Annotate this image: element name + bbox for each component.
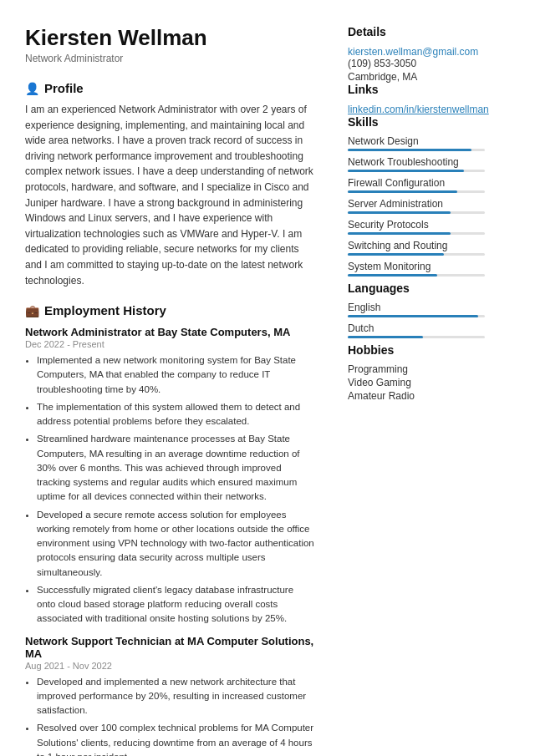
jobs-list: Network Administrator at Bay State Compu… [25,326,314,756]
job-bullets: Developed and implemented a new network … [25,675,314,756]
profile-icon: 👤 [25,82,39,95]
skill-bar-fill [348,274,437,277]
language-bar-background [348,315,485,317]
profile-section: 👤 Profile I am an experienced Network Ad… [25,81,314,288]
skill-item: Firewall Configuration [348,177,485,193]
right-column: Details kiersten.wellman@gmail.com (109)… [334,0,502,756]
job-entry: Network Administrator at Bay State Compu… [25,326,314,627]
list-item: Developed a secure remote access solutio… [37,508,314,580]
links-list: linkedin.com/in/kierstenwellman [348,103,485,115]
hobbies-title: Hobbies [348,343,485,357]
resume-page: Kiersten Wellman Network Administrator 👤… [0,0,535,756]
skill-item: Server Administration [348,198,485,214]
list-item: Implemented a new network monitoring sys… [37,353,314,397]
skill-item: Network Troubleshooting [348,156,485,172]
job-title: Network Administrator at Bay State Compu… [25,326,314,338]
link-item[interactable]: linkedin.com/in/kierstenwellman [348,104,489,115]
list-item: The implementation of this system allowe… [37,400,314,429]
profile-title: Profile [44,81,84,95]
language-bar-fill [348,315,478,317]
profile-header: 👤 Profile [25,81,314,95]
links-title: Links [348,83,485,96]
profile-text: I am an experienced Network Administrato… [25,102,314,288]
language-bar-background [348,336,485,338]
location: Cambridge, MA [348,71,485,83]
skill-bar-background [348,232,485,235]
skill-bar-fill [348,232,451,235]
skill-bar-background [348,170,485,172]
hobbies-list: ProgrammingVideo GamingAmateur Radio [348,363,485,402]
language-item: Dutch [348,322,485,338]
skill-bar-fill [348,149,471,151]
languages-title: Languages [348,282,485,295]
language-name: English [348,302,485,313]
skill-bar-background [348,253,485,256]
links-section: Links linkedin.com/in/kierstenwellman [348,83,485,115]
skills-list: Network DesignNetwork TroubleshootingFir… [348,135,485,277]
skill-name: Switching and Routing [348,240,485,251]
list-item: Developed and implemented a new network … [37,675,314,718]
language-name: Dutch [348,322,485,334]
skill-name: Security Protocols [348,219,485,231]
skills-title: Skills [348,115,485,129]
skill-item: Switching and Routing [348,240,485,256]
language-bar-fill [348,336,423,338]
skill-name: Network Troubleshooting [348,156,485,168]
skill-bar-fill [348,211,451,214]
candidate-name: Kiersten Wellman [25,25,314,51]
header: Kiersten Wellman Network Administrator [25,25,314,64]
job-entry: Network Support Technician at MA Compute… [25,635,314,756]
skill-bar-background [348,149,485,151]
employment-icon: 💼 [25,304,39,317]
details-section: Details kiersten.wellman@gmail.com (109)… [348,25,485,83]
skill-name: System Monitoring [348,261,485,272]
skill-item: System Monitoring [348,261,485,277]
employment-title: Employment History [44,303,166,317]
hobby-item: Amateur Radio [348,390,485,402]
skill-bar-fill [348,170,464,172]
skill-item: Network Design [348,135,485,151]
list-item: Resolved over 100 complex technical prob… [37,721,314,756]
skill-name: Firewall Configuration [348,177,485,189]
skill-item: Security Protocols [348,219,485,235]
skill-bar-background [348,211,485,214]
language-item: English [348,302,485,317]
list-item: Successfully migrated client's legacy da… [37,583,314,627]
skill-bar-background [348,190,485,193]
list-item: Streamlined hardware maintenance process… [37,432,314,504]
job-title: Network Support Technician at MA Compute… [25,635,314,660]
candidate-title: Network Administrator [25,53,314,64]
hobbies-section: Hobbies ProgrammingVideo GamingAmateur R… [348,343,485,402]
skill-name: Network Design [348,135,485,147]
hobby-item: Video Gaming [348,377,485,388]
email-link[interactable]: kiersten.wellman@gmail.com [348,46,478,58]
left-column: Kiersten Wellman Network Administrator 👤… [0,0,334,756]
job-dates: Aug 2021 - Nov 2022 [25,661,314,671]
phone-number: (109) 853-3050 [348,58,485,69]
details-title: Details [348,25,485,38]
job-dates: Dec 2022 - Present [25,339,314,349]
languages-section: Languages EnglishDutch [348,282,485,338]
skill-bar-background [348,274,485,277]
languages-list: EnglishDutch [348,302,485,338]
employment-section: 💼 Employment History Network Administrat… [25,303,314,756]
job-bullets: Implemented a new network monitoring sys… [25,353,314,627]
hobby-item: Programming [348,363,485,375]
skill-bar-fill [348,253,444,256]
skill-name: Server Administration [348,198,485,210]
employment-header: 💼 Employment History [25,303,314,317]
skills-section: Skills Network DesignNetwork Troubleshoo… [348,115,485,277]
skill-bar-fill [348,190,457,193]
